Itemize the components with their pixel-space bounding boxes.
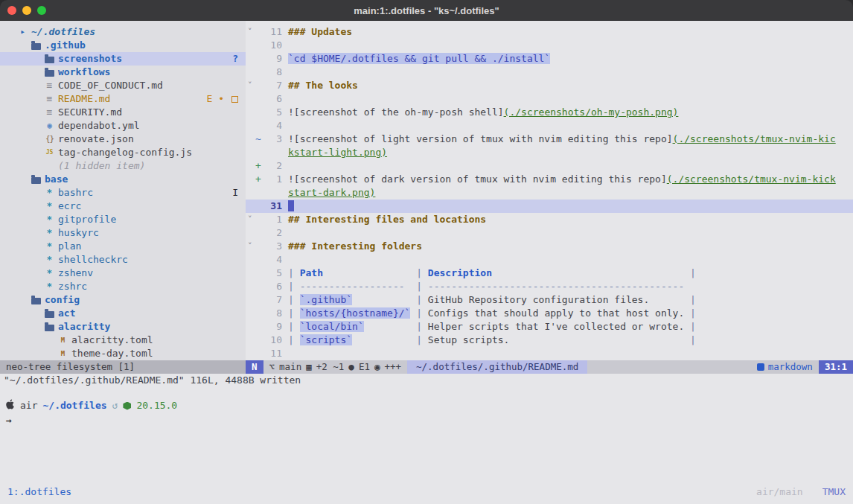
editor-line[interactable]: 31	[246, 200, 853, 213]
file-icon: ≡	[45, 92, 54, 106]
editor-line[interactable]: 7| `.github` | GitHub Repository configu…	[246, 293, 853, 307]
tree-item[interactable]: ≡SECURITY.md	[0, 106, 246, 119]
tree-item[interactable]: (1 hidden item)	[0, 159, 246, 173]
fold-marker	[246, 159, 255, 173]
shell-cwd: ~/.dotfiles	[42, 399, 106, 412]
tree-item-label: .github	[45, 39, 86, 52]
editor-line[interactable]: ˅11### Updates	[246, 25, 853, 39]
editor-line[interactable]: 8| `hosts/{hostname}/` | Configs that sh…	[246, 307, 853, 320]
editor-line[interactable]: 5| Path | Description |	[246, 267, 853, 280]
tree-item[interactable]: *zshenv	[0, 267, 246, 280]
fold-marker	[246, 293, 255, 307]
prompt-arrow-icon: →	[6, 415, 12, 426]
editor-line[interactable]: kstart-light.png)	[246, 146, 853, 159]
tree-item[interactable]: *gitprofile	[0, 213, 246, 226]
line-text: ### Interesting folders	[288, 240, 853, 253]
tree-item[interactable]: ▸~/.dotfiles	[0, 25, 246, 39]
tree-item[interactable]: base	[0, 173, 246, 186]
editor-line[interactable]: 11	[246, 347, 853, 360]
tree-item[interactable]: *shellcheckrc	[0, 253, 246, 267]
editor-line[interactable]: 8	[246, 66, 853, 79]
gutter-sign	[255, 79, 264, 92]
git-status-badge: I	[232, 186, 238, 200]
titlebar[interactable]: main:1:.dotfiles - "ks~/.dotfiles"	[0, 0, 853, 22]
token-code: `local/bin`	[300, 321, 364, 332]
editor-line[interactable]: 10| `scripts` | Setup scripts. |	[246, 334, 853, 347]
token-pipe: |	[416, 281, 428, 292]
tree-item-label: bashrc	[58, 186, 93, 200]
editor-line[interactable]: 4	[246, 119, 853, 133]
tree-item[interactable]: act	[0, 307, 246, 320]
tree-item[interactable]: screenshots?	[0, 52, 246, 66]
diagnostics-count: E1	[359, 360, 370, 374]
editor-line[interactable]: 2	[246, 226, 853, 240]
fold-marker[interactable]: ˅	[246, 240, 255, 253]
tree-item-label: alacritty	[58, 320, 110, 334]
editor-line[interactable]: 6| ------------------ | ----------------…	[246, 280, 853, 293]
line-text	[288, 159, 853, 173]
tree-item[interactable]: *ecrc	[0, 200, 246, 213]
editor-line[interactable]: 9| `local/bin` | Helper scripts that I'v…	[246, 320, 853, 334]
tree-item[interactable]: {}renovate.json	[0, 133, 246, 146]
token-t	[492, 267, 690, 278]
fullscreen-button[interactable]	[37, 6, 46, 15]
line-number: 11	[264, 347, 282, 360]
fold-marker[interactable]: ˅	[246, 25, 255, 39]
tree-item[interactable]: workflows	[0, 66, 246, 79]
git-status-badge: ?	[232, 52, 238, 66]
fold-marker	[246, 253, 255, 267]
fold-marker	[246, 92, 255, 106]
editor-line[interactable]: ˅7## The looks	[246, 79, 853, 92]
token-t: Setup scripts.	[428, 334, 690, 345]
tree-item[interactable]: Malacritty.toml	[0, 334, 246, 347]
tree-item[interactable]: *zshrc	[0, 280, 246, 293]
fold-marker[interactable]: ˅	[246, 79, 255, 92]
extra-icon: ◉	[374, 360, 380, 374]
tree-item[interactable]: ≡README.mdE •	[0, 92, 246, 106]
token-pipe: |	[690, 307, 696, 319]
tree-item[interactable]: .github	[0, 39, 246, 52]
line-text: ## Interesting files and locations	[288, 213, 853, 226]
editor-line[interactable]: 4	[246, 253, 853, 267]
node-version: 20.15.0	[136, 399, 177, 412]
close-button[interactable]	[7, 6, 16, 15]
fold-marker[interactable]: ˅	[246, 213, 255, 226]
block-cursor	[288, 200, 294, 211]
folder-icon	[31, 298, 41, 304]
git-sync-icon: ↺	[112, 399, 118, 412]
minimize-button[interactable]	[22, 6, 31, 15]
editor-line[interactable]: 9`cd $HOME/.dotfiles && git pull && ./in…	[246, 52, 853, 66]
editor-line[interactable]: ˅1## Interesting files and locations	[246, 213, 853, 226]
gutter-sign	[255, 66, 264, 79]
tree-item[interactable]: Mtheme-day.toml	[0, 347, 246, 360]
folder-icon	[31, 43, 41, 50]
gutter-sign	[255, 106, 264, 119]
gutter-sign	[255, 320, 264, 334]
tree-item[interactable]: JStag-changelog-config.js	[0, 146, 246, 159]
tree-item[interactable]: config	[0, 293, 246, 307]
editor-line[interactable]: 6	[246, 92, 853, 106]
tree-item[interactable]: alacritty	[0, 320, 246, 334]
fold-marker	[246, 226, 255, 240]
tree-item[interactable]: ≡CODE_OF_CONDUCT.md	[0, 79, 246, 92]
editor-line[interactable]: ~3![screenshot of light version of tmux …	[246, 133, 853, 146]
gutter-sign	[255, 200, 264, 213]
folder-icon	[31, 177, 41, 184]
editor-line[interactable]: 10	[246, 39, 853, 52]
editor-line[interactable]: 5![screenshot of the oh-my-posh shell](.…	[246, 106, 853, 119]
editor-line[interactable]: start-dark.png)	[246, 186, 853, 200]
tree-item[interactable]: *bashrcI	[0, 186, 246, 200]
tree-item[interactable]: *huskyrc	[0, 226, 246, 240]
token-code: `.github`	[300, 294, 352, 305]
gutter-sign: +	[255, 173, 264, 186]
fold-marker	[246, 146, 255, 159]
prompt-line[interactable]: →	[6, 414, 853, 427]
editor-panel[interactable]: ˅11### Updates109`cd $HOME/.dotfiles && …	[246, 21, 853, 360]
editor-line[interactable]: +2	[246, 159, 853, 173]
neotree-list: ▸~/.dotfiles.githubscreenshots?workflows…	[0, 25, 246, 360]
tree-item[interactable]: *plan	[0, 240, 246, 253]
tmux-window-tab[interactable]: 1:.dotfiles	[7, 485, 71, 499]
editor-line[interactable]: ˅3### Interesting folders	[246, 240, 853, 253]
editor-line[interactable]: +1![screenshot of dark version of tmux w…	[246, 173, 853, 186]
tree-item[interactable]: ◉dependabot.yml	[0, 119, 246, 133]
